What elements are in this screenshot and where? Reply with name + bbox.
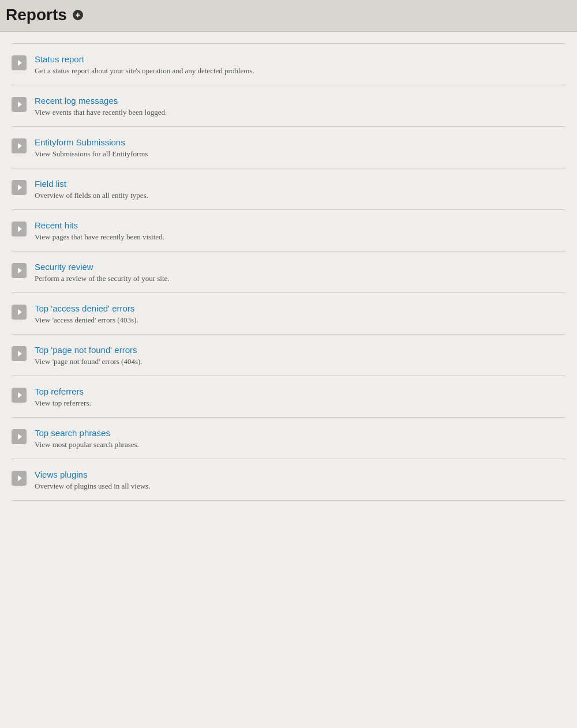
chevron-icon-top-search-phrases[interactable] bbox=[12, 429, 27, 444]
chevron-icon-status-report[interactable] bbox=[12, 55, 27, 70]
report-title-entityform-submissions[interactable]: Entityform Submissions bbox=[35, 137, 565, 147]
report-desc-top-referrers: View top referrers. bbox=[35, 399, 565, 408]
report-desc-top-access-denied-errors: View 'access denied' errors (403s). bbox=[35, 316, 565, 325]
report-title-status-report[interactable]: Status report bbox=[35, 54, 565, 64]
report-content-entityform-submissions: Entityform SubmissionsView Submissions f… bbox=[35, 137, 565, 159]
chevron-icon-field-list[interactable] bbox=[12, 180, 27, 195]
report-desc-top-search-phrases: View most popular search phrases. bbox=[35, 440, 565, 449]
report-content-status-report: Status reportGet a status report about y… bbox=[35, 54, 565, 76]
report-desc-views-plugins: Overview of plugins used in all views. bbox=[35, 482, 565, 491]
report-content-recent-log-messages: Recent log messagesView events that have… bbox=[35, 96, 565, 117]
report-desc-status-report: Get a status report about your site's op… bbox=[35, 66, 565, 76]
list-item: Views pluginsOverview of plugins used in… bbox=[12, 459, 565, 501]
chevron-icon-top-access-denied-errors[interactable] bbox=[12, 305, 27, 320]
report-content-recent-hits: Recent hitsView pages that have recently… bbox=[35, 220, 565, 242]
report-title-security-review[interactable]: Security review bbox=[35, 262, 565, 272]
list-item: Field listOverview of fields on all enti… bbox=[12, 168, 565, 210]
report-desc-field-list: Overview of fields on all entity types. bbox=[35, 191, 565, 200]
report-title-recent-log-messages[interactable]: Recent log messages bbox=[35, 96, 565, 106]
report-title-top-search-phrases[interactable]: Top search phrases bbox=[35, 428, 565, 438]
add-icon[interactable]: + bbox=[73, 10, 83, 20]
chevron-icon-entityform-submissions[interactable] bbox=[12, 138, 27, 153]
list-item: Top 'page not found' errorsView 'page no… bbox=[12, 335, 565, 376]
list-item: Top search phrasesView most popular sear… bbox=[12, 418, 565, 459]
chevron-icon-recent-log-messages[interactable] bbox=[12, 97, 27, 112]
report-title-top-page-not-found-errors[interactable]: Top 'page not found' errors bbox=[35, 345, 565, 355]
report-desc-security-review: Perform a review of the security of your… bbox=[35, 274, 565, 283]
content-area: Status reportGet a status report about y… bbox=[0, 43, 577, 501]
report-desc-entityform-submissions: View Submissions for all Entityforms bbox=[35, 149, 565, 159]
report-desc-recent-log-messages: View events that have recently been logg… bbox=[35, 108, 565, 117]
chevron-icon-views-plugins[interactable] bbox=[12, 471, 27, 486]
page-title: Reports bbox=[6, 6, 67, 24]
report-content-top-referrers: Top referrersView top referrers. bbox=[35, 386, 565, 408]
page-header: Reports + bbox=[0, 0, 577, 32]
report-title-recent-hits[interactable]: Recent hits bbox=[35, 220, 565, 230]
report-title-field-list[interactable]: Field list bbox=[35, 179, 565, 189]
report-content-field-list: Field listOverview of fields on all enti… bbox=[35, 179, 565, 200]
list-item: Status reportGet a status report about y… bbox=[12, 43, 565, 85]
list-item: Recent hitsView pages that have recently… bbox=[12, 210, 565, 252]
list-item: Security reviewPerform a review of the s… bbox=[12, 252, 565, 293]
report-desc-recent-hits: View pages that have recently been visit… bbox=[35, 232, 565, 242]
report-content-top-access-denied-errors: Top 'access denied' errorsView 'access d… bbox=[35, 303, 565, 325]
list-item: Top referrersView top referrers. bbox=[12, 376, 565, 418]
chevron-icon-security-review[interactable] bbox=[12, 263, 27, 278]
list-item: Entityform SubmissionsView Submissions f… bbox=[12, 127, 565, 168]
chevron-icon-recent-hits[interactable] bbox=[12, 222, 27, 237]
report-title-top-referrers[interactable]: Top referrers bbox=[35, 386, 565, 396]
report-list: Status reportGet a status report about y… bbox=[12, 43, 565, 501]
chevron-icon-top-page-not-found-errors[interactable] bbox=[12, 346, 27, 361]
report-content-top-search-phrases: Top search phrasesView most popular sear… bbox=[35, 428, 565, 449]
report-title-views-plugins[interactable]: Views plugins bbox=[35, 470, 565, 479]
report-content-security-review: Security reviewPerform a review of the s… bbox=[35, 262, 565, 283]
list-item: Recent log messagesView events that have… bbox=[12, 85, 565, 127]
list-item: Top 'access denied' errorsView 'access d… bbox=[12, 293, 565, 335]
report-content-top-page-not-found-errors: Top 'page not found' errorsView 'page no… bbox=[35, 345, 565, 366]
report-title-top-access-denied-errors[interactable]: Top 'access denied' errors bbox=[35, 303, 565, 313]
report-content-views-plugins: Views pluginsOverview of plugins used in… bbox=[35, 470, 565, 491]
report-desc-top-page-not-found-errors: View 'page not found' errors (404s). bbox=[35, 357, 565, 366]
chevron-icon-top-referrers[interactable] bbox=[12, 388, 27, 403]
